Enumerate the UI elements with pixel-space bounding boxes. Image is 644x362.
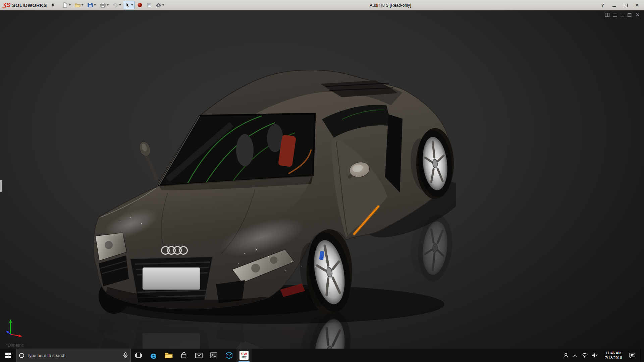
featuremanager-flyout-tab[interactable]: [0, 180, 2, 192]
taskbar-icon-edge[interactable]: e: [146, 349, 161, 362]
red-sphere-icon: [137, 2, 143, 8]
select-cursor-icon: [125, 2, 130, 8]
app-title-bar: ƷS SOLIDWORKS: [0, 0, 644, 10]
terminal-icon: [210, 352, 217, 358]
options-button[interactable]: [154, 1, 166, 9]
dropdown-arrow-icon: [119, 4, 121, 6]
windows-taskbar: e: [0, 349, 644, 362]
quick-access-toolbar: [61, 1, 166, 9]
dropdown-arrow-icon: [82, 4, 84, 6]
solidworks-app-icon: SW 2017: [239, 351, 249, 360]
document-title: Audi R8 S [Read-only]: [370, 0, 411, 10]
taskbar-icon-store[interactable]: [176, 349, 191, 362]
minimize-button[interactable]: [608, 0, 620, 10]
taskbar-icon-file-explorer[interactable]: [161, 349, 176, 362]
print-icon: [100, 3, 106, 8]
mirror-left[interactable]: [138, 140, 156, 179]
x-axis-arrow: [18, 335, 22, 338]
dropdown-arrow-icon: [162, 4, 164, 6]
save-floppy-icon: [88, 2, 93, 8]
z-axis: [8, 332, 11, 335]
tray-people-icon[interactable]: [563, 353, 569, 358]
headlight-right-lens: [251, 264, 260, 273]
mail-icon: [195, 353, 203, 358]
hidden-icons-chevron[interactable]: [573, 354, 577, 357]
view-orientation-label: *Dimetric: [6, 343, 24, 348]
minimize-icon: [612, 6, 616, 7]
flyout-triangle-icon: [52, 3, 54, 7]
doc-close-button[interactable]: [635, 13, 639, 17]
volume-muted-icon[interactable]: [592, 353, 598, 358]
system-tray: 11:46 AM 7/13/2018: [563, 349, 644, 362]
car-model[interactable]: [87, 66, 456, 349]
menu-expand-arrow[interactable]: [50, 1, 56, 9]
screen: ƷS SOLIDWORKS: [0, 0, 644, 362]
doc-split-vertical-button[interactable]: [605, 13, 609, 17]
document-window-controls: [605, 13, 639, 17]
open-folder-icon: [75, 3, 80, 8]
taskbar-icon-mail[interactable]: [191, 349, 206, 362]
store-bag-icon: [180, 352, 187, 359]
taskbar-search[interactable]: [16, 349, 131, 362]
taskbar-icon-task-view[interactable]: [131, 349, 146, 362]
close-icon: ×: [635, 3, 638, 8]
maximize-button[interactable]: [620, 0, 631, 10]
orientation-triad: [5, 318, 25, 338]
save-button[interactable]: [86, 1, 97, 9]
microphone-icon[interactable]: [123, 352, 128, 358]
action-center-icon: [629, 353, 635, 358]
split-horizontal-icon: [613, 13, 617, 17]
options-gear-icon: [156, 2, 161, 8]
doc-restore-icon: [628, 13, 632, 17]
clock-time: 11:46 AM: [605, 351, 622, 355]
split-vertical-icon: [605, 13, 609, 17]
start-button[interactable]: [0, 349, 16, 362]
taskbar-clock[interactable]: 11:46 AM 7/13/2018: [602, 351, 625, 360]
network-wifi-icon[interactable]: [582, 353, 588, 358]
file-explorer-icon: [165, 352, 173, 359]
doc-minimize-button[interactable]: [621, 13, 624, 16]
doc-restore-button[interactable]: [628, 13, 632, 17]
new-document-button[interactable]: [61, 1, 72, 9]
cortana-icon: [19, 353, 24, 358]
taskbar-icon-cube-app[interactable]: [221, 349, 236, 362]
open-button[interactable]: [73, 1, 85, 9]
headlight-left-lens: [105, 241, 113, 249]
dropdown-arrow-icon: [107, 4, 109, 6]
y-axis-arrow: [9, 319, 12, 323]
3d-viewport[interactable]: *Dimetric: [0, 10, 644, 349]
taskbar-icon-terminal[interactable]: [206, 349, 221, 362]
license-plate[interactable]: [143, 267, 200, 290]
windows-logo-icon: [5, 353, 11, 358]
clock-date: 7/13/2018: [605, 355, 622, 360]
headlight-right-lens2: [270, 256, 277, 264]
action-center-button[interactable]: [629, 353, 635, 358]
close-button[interactable]: ×: [631, 0, 643, 10]
show-desktop-button[interactable]: [640, 349, 641, 362]
window-controls: ? ×: [597, 0, 643, 10]
undo-arrow-icon: [113, 3, 118, 8]
dropdown-arrow-icon: [69, 4, 71, 6]
help-button[interactable]: ?: [597, 0, 608, 10]
doc-close-icon: [635, 13, 639, 17]
undo-button[interactable]: [111, 1, 122, 9]
cube-app-icon: [226, 352, 232, 359]
solidworks-logo-mark: ƷS: [3, 2, 10, 8]
red-sphere-button[interactable]: [136, 1, 144, 9]
solidworks-logo-text: SOLIDWORKS: [12, 3, 47, 8]
document-sheet-icon: [147, 3, 152, 8]
x-axis: [10, 334, 19, 336]
taskbar-icon-solidworks[interactable]: SW 2017: [236, 349, 252, 362]
select-tool-button[interactable]: [124, 1, 135, 9]
search-input[interactable]: [27, 353, 120, 358]
help-glyph: ?: [601, 3, 604, 8]
new-document-icon: [62, 2, 68, 8]
maximize-icon: [624, 4, 628, 7]
print-button[interactable]: [99, 1, 110, 9]
document-sheet-button[interactable]: [145, 1, 153, 9]
edge-icon: e: [150, 351, 156, 360]
doc-split-horizontal-button[interactable]: [613, 13, 617, 17]
solidworks-logo: ƷS SOLIDWORKS: [0, 2, 50, 8]
car-body[interactable]: [93, 70, 455, 317]
task-view-icon: [135, 352, 142, 358]
